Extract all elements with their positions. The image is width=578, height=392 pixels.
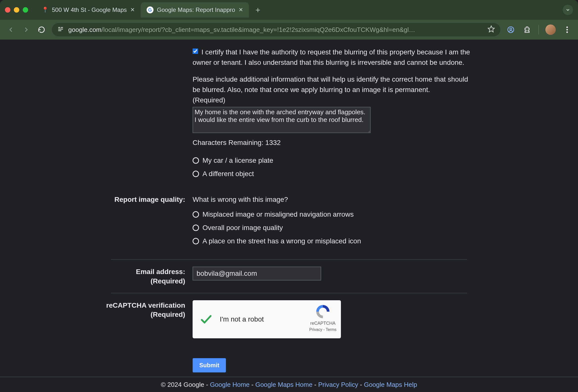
menu-kebab-icon[interactable] (562, 25, 572, 35)
characters-remaining: Characters Remaining: 1332 (193, 138, 475, 148)
additional-info-textarea[interactable] (193, 107, 371, 133)
url-text: google.com/local/imagery/report/?cb_clie… (68, 26, 483, 34)
radio-different-object[interactable]: A different object (193, 169, 475, 179)
radio-input[interactable] (193, 211, 199, 218)
email-label: Email address: (Required) (101, 267, 185, 286)
tab-title: 500 W 4th St - Google Maps (52, 6, 127, 13)
tab-report[interactable]: Google Maps: Report Inappro ✕ (141, 2, 249, 18)
radio-label: Misplaced image or misaligned navigation… (202, 209, 354, 220)
reload-button[interactable] (37, 25, 47, 35)
certify-checkbox[interactable] (193, 49, 198, 54)
blur-radio-group: My car / a license plate A different obj… (193, 155, 475, 179)
recaptcha-branding: reCAPTCHA Privacy - Terms (309, 304, 337, 333)
tab-close-icon[interactable]: ✕ (239, 7, 243, 13)
new-tab-button[interactable]: ＋ (253, 4, 263, 15)
user-avatar[interactable] (545, 24, 556, 35)
footer-link-maps-home[interactable]: Google Maps Home (255, 381, 312, 389)
radio-label: My car / a license plate (202, 155, 273, 166)
recaptcha-text: I'm not a robot (220, 314, 264, 325)
site-settings-icon[interactable] (57, 26, 64, 34)
tab-close-icon[interactable]: ✕ (130, 7, 135, 13)
svg-point-7 (510, 28, 512, 30)
radio-wrong-icon[interactable]: A place on the street has a wrong or mis… (193, 236, 475, 246)
section-divider (111, 259, 467, 260)
required-label: (Required) (193, 95, 475, 105)
footer-link-maps-help[interactable]: Google Maps Help (364, 381, 417, 389)
radio-my-car[interactable]: My car / a license plate (193, 155, 475, 166)
svg-point-9 (566, 29, 568, 30)
profile-badge-icon[interactable] (506, 25, 516, 35)
svg-rect-3 (61, 27, 63, 28)
checkmark-icon (199, 313, 213, 326)
window-minimize-button[interactable] (14, 7, 19, 13)
radio-label: A different object (202, 169, 254, 179)
recaptcha-privacy-link[interactable]: Privacy (309, 327, 322, 332)
quality-radio-group: Misplaced image or misaligned navigation… (193, 209, 475, 246)
address-bar[interactable]: google.com/local/imagery/report/?cb_clie… (52, 23, 500, 36)
tab-maps[interactable]: 📍 500 W 4th St - Google Maps ✕ (36, 2, 141, 18)
certify-text: I certify that I have the authority to r… (193, 48, 470, 66)
tabs-container: 📍 500 W 4th St - Google Maps ✕ Google Ma… (36, 0, 563, 20)
recaptcha-widget[interactable]: I'm not a robot reCAPTCHA Privacy - Term… (193, 300, 341, 338)
toolbar-divider (538, 25, 539, 35)
window-close-button[interactable] (5, 7, 10, 13)
svg-marker-5 (488, 26, 494, 32)
page-content: I certify that I have the authority to r… (0, 40, 578, 392)
forward-button[interactable] (21, 25, 31, 35)
radio-label: Overall poor image quality (202, 223, 283, 233)
radio-input[interactable] (193, 238, 199, 244)
svg-rect-2 (58, 28, 63, 29)
page-footer: © 2024 Google - Google Home - Google Map… (0, 377, 578, 392)
browser-toolbar: google.com/local/imagery/report/?cb_clie… (0, 20, 578, 40)
svg-rect-4 (58, 30, 61, 31)
submit-button[interactable]: Submit (193, 358, 226, 372)
radio-input[interactable] (193, 157, 199, 164)
additional-info-instructions: Please include additional information th… (193, 74, 475, 95)
svg-point-10 (566, 31, 568, 33)
footer-link-google-home[interactable]: Google Home (210, 381, 249, 389)
browser-tab-strip: 📍 500 W 4th St - Google Maps ✕ Google Ma… (0, 0, 578, 20)
radio-misplaced-image[interactable]: Misplaced image or misaligned navigation… (193, 209, 475, 220)
recaptcha-terms-link[interactable]: Terms (326, 327, 337, 332)
google-favicon-icon (146, 6, 153, 13)
radio-input[interactable] (193, 171, 199, 177)
email-input[interactable] (193, 267, 321, 281)
window-maximize-button[interactable] (23, 7, 28, 13)
quality-question: What is wrong with this image? (193, 195, 475, 205)
bookmark-star-icon[interactable] (487, 25, 495, 34)
tabs-dropdown-button[interactable] (563, 5, 573, 15)
radio-label: A place on the street has a wrong or mis… (202, 236, 361, 246)
quality-section-label: Report image quality: (101, 195, 185, 249)
footer-link-privacy[interactable]: Privacy Policy (318, 381, 358, 389)
section-divider (111, 293, 467, 293)
recaptcha-label: reCAPTCHA verification (Required) (101, 300, 185, 338)
window-controls (5, 7, 28, 13)
extensions-icon[interactable] (522, 25, 532, 35)
radio-input[interactable] (193, 225, 199, 231)
copyright-text: © 2024 Google (161, 381, 204, 389)
tab-title: Google Maps: Report Inappro (157, 6, 235, 13)
radio-poor-quality[interactable]: Overall poor image quality (193, 223, 475, 233)
recaptcha-logo-icon (315, 304, 331, 320)
svg-rect-1 (58, 27, 60, 28)
maps-pin-icon: 📍 (42, 6, 48, 13)
back-button[interactable] (6, 25, 16, 35)
svg-point-8 (566, 26, 568, 28)
